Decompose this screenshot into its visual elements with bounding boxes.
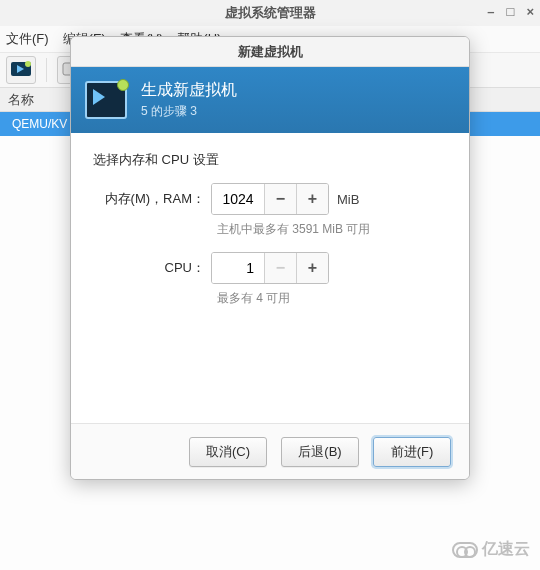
memory-spinner: − + [211, 183, 329, 215]
watermark-text: 亿速云 [482, 539, 530, 560]
cancel-button[interactable]: 取消(C) [189, 437, 267, 467]
watermark: 亿速云 [452, 539, 530, 560]
new-vm-button[interactable] [6, 56, 36, 84]
dialog-footer: 取消(C) 后退(B) 前进(F) [71, 423, 469, 479]
back-button[interactable]: 后退(B) [281, 437, 359, 467]
toolbar-separator [46, 58, 47, 82]
close-icon[interactable]: × [526, 4, 534, 19]
memory-decrement-button[interactable]: − [264, 184, 296, 214]
svg-point-2 [25, 61, 31, 67]
memory-unit: MiB [337, 192, 359, 207]
vm-monitor-icon [85, 81, 127, 119]
dialog-header: 生成新虚拟机 5 的步骤 3 [71, 67, 469, 133]
forward-button[interactable]: 前进(F) [373, 437, 451, 467]
cpu-decrement-button[interactable]: − [264, 253, 296, 283]
memory-increment-button[interactable]: + [296, 184, 328, 214]
minimize-icon[interactable]: – [487, 4, 494, 19]
cloud-icon [452, 542, 478, 558]
main-title: 虚拟系统管理器 [225, 4, 316, 22]
dialog-step-label: 5 的步骤 3 [141, 103, 237, 120]
cpu-hint: 最多有 4 可用 [217, 290, 447, 307]
memory-label: 内存(M)，RAM： [93, 190, 211, 208]
cpu-input[interactable] [212, 253, 264, 283]
menu-file[interactable]: 文件(F) [6, 30, 49, 48]
cpu-spinner: − + [211, 252, 329, 284]
new-vm-dialog: 新建虚拟机 生成新虚拟机 5 的步骤 3 选择内存和 CPU 设置 内存(M)，… [70, 36, 470, 480]
maximize-icon[interactable]: □ [507, 4, 515, 19]
cpu-label: CPU： [93, 259, 211, 277]
section-title: 选择内存和 CPU 设置 [93, 151, 447, 169]
memory-hint: 主机中最多有 3591 MiB 可用 [217, 221, 447, 238]
dialog-body: 选择内存和 CPU 设置 内存(M)，RAM： − + MiB 主机中最多有 3… [71, 133, 469, 423]
dialog-title: 新建虚拟机 [71, 37, 469, 67]
dialog-header-title: 生成新虚拟机 [141, 80, 237, 101]
cpu-increment-button[interactable]: + [296, 253, 328, 283]
memory-input[interactable] [212, 184, 264, 214]
main-titlebar: 虚拟系统管理器 – □ × [0, 0, 540, 26]
